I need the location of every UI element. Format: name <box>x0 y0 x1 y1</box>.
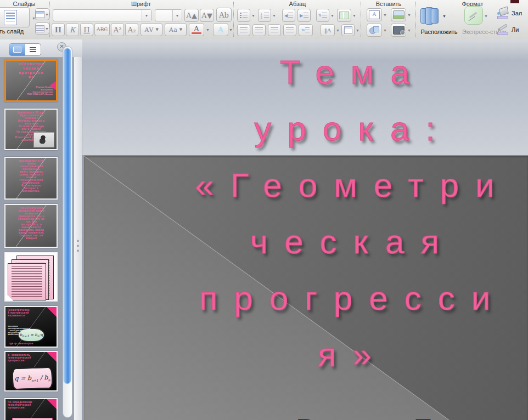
grow-font-button[interactable]: А▲ <box>184 9 199 22</box>
dropdown-icon <box>176 14 179 18</box>
quick-styles-button[interactable] <box>464 6 483 25</box>
pink-triangle-icon <box>49 81 56 90</box>
justify-button[interactable] <box>283 24 296 36</box>
group-label-font: Шрифт <box>50 1 232 7</box>
group-separator <box>361 2 361 37</box>
slide-title-textbox[interactable]: Тема урока: «Геометри ческая прогресси я… <box>121 44 528 383</box>
slide-thumbnail-3[interactable]: нахождение n-гочленагеометрическойпрогре… <box>4 157 58 200</box>
decrease-indent-button[interactable]: ◀ <box>282 9 295 22</box>
quick-styles-dropdown-icon[interactable] <box>484 14 488 18</box>
dropdown-icon <box>45 27 49 31</box>
fill-drop-icon <box>497 12 500 15</box>
slide-section-button[interactable] <box>35 22 49 35</box>
fill-bucket-icon[interactable] <box>499 7 508 16</box>
pink-corner-triangle-icon <box>47 307 57 317</box>
left-arrow-icon: ◀ <box>284 13 288 18</box>
text-box-button[interactable]: А <box>367 8 382 21</box>
dropdown-icon <box>145 14 149 18</box>
slide-thumbnail-5[interactable] <box>4 252 58 302</box>
strikethrough-button[interactable]: АВС <box>94 23 110 36</box>
slide-thumbnail-4[interactable]: геометрическойпрогрессий вам вжизни непр… <box>4 204 58 248</box>
distribute-text-button[interactable]: ⇆ <box>299 24 313 36</box>
bullets-icon <box>240 13 241 19</box>
slides-view-icon <box>13 47 21 53</box>
clear-formatting-button[interactable]: Ab <box>216 8 232 22</box>
text-box-dropdown-icon[interactable] <box>383 13 387 17</box>
text-direction-button[interactable]: ‖А <box>321 24 335 36</box>
italic-button[interactable]: К <box>66 23 79 36</box>
group-label-paragraph: Абзац <box>235 1 360 7</box>
character-spacing-button[interactable]: АV <box>141 23 162 36</box>
change-case-button[interactable]: Аа <box>165 23 187 36</box>
subscript-button[interactable]: А₂ <box>125 23 138 36</box>
numbering-button[interactable] <box>258 9 271 22</box>
fill-label: Зал <box>512 10 528 16</box>
slide-thumbnail-6[interactable]: Геометрической прогрессиейназываетсячисл… <box>4 306 58 348</box>
window-corner-artifact <box>510 0 519 3</box>
bullets-button[interactable] <box>237 9 250 22</box>
slides-view-toggle[interactable] <box>9 44 25 55</box>
font-name-combobox[interactable] <box>53 9 151 21</box>
right-arrow-icon: ▶ <box>300 13 303 18</box>
media-dropdown-icon[interactable] <box>407 29 411 32</box>
numbering-dropdown-icon[interactable] <box>272 14 276 18</box>
line-spacing-button[interactable]: ⇅ <box>316 9 329 22</box>
shrink-font-button[interactable]: А▼ <box>200 9 214 22</box>
up-down-arrows-icon: ⇅ <box>318 13 322 18</box>
slide-layout-icon <box>36 11 44 18</box>
increase-indent-button[interactable]: ▶ <box>297 9 311 22</box>
align-center-button[interactable] <box>252 24 266 36</box>
align-left-icon <box>240 27 248 33</box>
title-line: я» <box>121 326 528 383</box>
line-spacing-dropdown-icon[interactable] <box>330 14 334 18</box>
align-text-dropdown-icon[interactable] <box>356 29 360 32</box>
sidebar-scrollbar-thumb[interactable] <box>63 48 71 384</box>
slide-thumbnail-2[interactable]: Закончился 20 век.Куда стремитсячеловек?… <box>4 109 58 150</box>
slide-thumbnail-7[interactable]: q- знаменательгеометрическойпрогрессииq … <box>4 351 58 391</box>
shapes-dropdown-icon[interactable] <box>383 29 387 32</box>
bullets-dropdown-icon[interactable] <box>251 14 255 18</box>
numbering-icon <box>261 13 263 19</box>
outline-view-toggle[interactable] <box>25 44 41 55</box>
left-right-arrows-icon: ⇆ <box>302 28 305 32</box>
picture-dropdown-icon[interactable] <box>407 13 411 17</box>
slide-thumbnail-1[interactable]: «Геометрическаяпрогрессия»Руднева Татьян… <box>4 59 58 102</box>
superscript-button[interactable]: А² <box>111 23 124 36</box>
text-effects-button[interactable]: А <box>213 23 228 36</box>
align-left-button[interactable] <box>237 24 250 36</box>
dropdown-icon <box>45 13 49 16</box>
columns-dropdown-icon[interactable] <box>352 14 356 18</box>
group-separator <box>233 2 234 37</box>
text-box-icon: А <box>369 10 380 19</box>
partial-author-letter: Т <box>415 413 431 420</box>
line-label: Ли <box>512 26 528 33</box>
text-direction-dropdown-icon[interactable] <box>336 29 340 32</box>
title-line: «Геометри <box>121 157 528 213</box>
font-color-button[interactable]: А <box>189 23 204 36</box>
arrange-button[interactable] <box>420 6 440 25</box>
bold-button[interactable]: П <box>52 23 65 36</box>
splitter-grip-dot <box>77 240 79 242</box>
slide-layout-button[interactable] <box>35 8 49 20</box>
slide-thumbnail-8[interactable]: По определениюгеометрическойпрогрессии:b… <box>4 398 58 420</box>
new-slide-button[interactable] <box>0 7 30 27</box>
title-line: Тема <box>121 44 528 100</box>
align-text-box-button[interactable] <box>341 24 355 36</box>
insert-media-button[interactable] <box>391 24 406 37</box>
font-size-combobox[interactable] <box>155 9 182 21</box>
thumbnail-image <box>33 132 54 147</box>
text-effects-dropdown-icon[interactable] <box>229 28 233 32</box>
font-color-dropdown-icon[interactable] <box>206 28 210 32</box>
pane-splitter[interactable] <box>74 57 82 420</box>
insert-shape-button[interactable] <box>367 24 382 37</box>
insert-picture-button[interactable] <box>391 8 406 21</box>
align-right-button[interactable] <box>268 24 281 36</box>
underline-button[interactable]: П <box>80 23 93 36</box>
columns-button[interactable] <box>337 9 351 22</box>
arrange-dropdown-icon[interactable] <box>442 14 446 18</box>
align-right-icon <box>271 27 278 33</box>
justify-icon <box>286 27 294 33</box>
splitter-grip-dot <box>77 245 79 247</box>
group-label-insert: Вставить <box>362 1 415 7</box>
title-line: урока: <box>121 100 528 157</box>
